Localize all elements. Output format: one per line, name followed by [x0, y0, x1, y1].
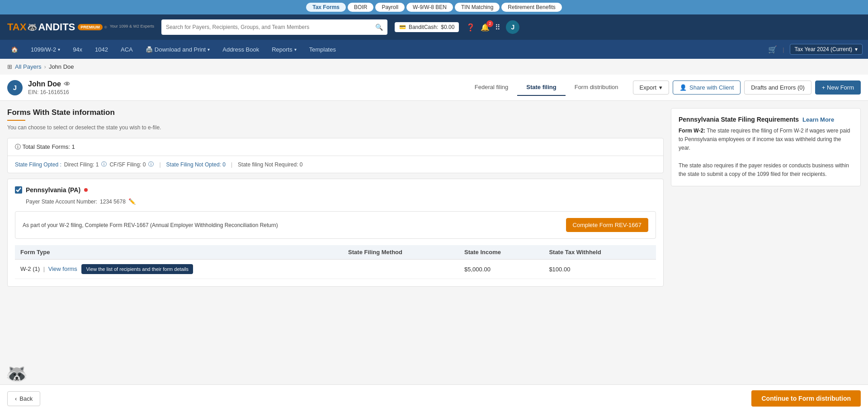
search-bar[interactable]: 🔍: [161, 19, 387, 35]
direct-filing-info-icon[interactable]: ⓘ: [101, 161, 107, 168]
nav-94x[interactable]: 94x: [67, 43, 88, 57]
state-name: Pennsylvania (PA): [26, 186, 80, 194]
state-header: Pennsylvania (PA): [15, 186, 656, 194]
tax-year-selector[interactable]: Tax Year 2024 (Current) ▾: [790, 44, 863, 55]
col-form-type: Form Type: [15, 245, 343, 260]
state-checkbox[interactable]: [15, 186, 22, 194]
footer-bar: ‹ Back Continue to Form distribution: [0, 384, 868, 412]
payer-name-row: John Doe 👁: [28, 80, 460, 88]
search-input[interactable]: [166, 24, 375, 30]
share-icon: 👤: [679, 84, 687, 91]
tab-federal-filing[interactable]: Federal filing: [466, 79, 517, 96]
summary-header-text: ⓘ Total State Forms: 1: [15, 143, 75, 151]
nav-aca[interactable]: ACA: [115, 43, 138, 57]
tab-state-filing[interactable]: State filing: [517, 79, 565, 96]
bandit-cash-amount: $0.00: [441, 24, 454, 30]
nav-templates[interactable]: Templates: [304, 43, 341, 57]
drafts-errors-button[interactable]: Drafts and Errors (0): [744, 81, 811, 95]
nav-download-print-label: Download and Print: [155, 46, 206, 53]
nav-home[interactable]: 🏠: [5, 43, 24, 57]
main-navigation: 🏠 1099/W-2 ▾ 94x 1042 ACA 🖨️ Download an…: [0, 40, 868, 59]
nav-aca-label: ACA: [121, 46, 133, 53]
new-form-label: + New Form: [822, 84, 854, 91]
main-header: TAX 🦝 ANDITS PREMIUM ® Your 1099 & W2 Ex…: [0, 14, 868, 40]
payer-actions: Export ▾ 👤 Share with Client Drafts and …: [633, 81, 861, 95]
requirements-body: Form W-2: The state requires the filing …: [679, 127, 853, 179]
summary-stats: State Filing Opted : Direct Filing: 1 ⓘ …: [8, 156, 663, 173]
print-icon: 🖨️: [146, 46, 153, 53]
raccoon-mascot: 🦝: [5, 363, 27, 385]
state-forms-table: Form Type State Filing Method State Inco…: [15, 245, 656, 279]
account-number-row: Payer State Account Number: 1234 5678 ✏️: [26, 198, 656, 205]
logo-subtitle: Your 1099 & W2 Experts: [110, 24, 154, 28]
summary-header: ⓘ Total State Forms: 1: [8, 138, 663, 156]
cart-icon[interactable]: 🛒: [768, 45, 777, 54]
top-nav-payroll[interactable]: Payroll: [375, 3, 405, 12]
share-with-client-button[interactable]: 👤 Share with Client: [673, 81, 741, 95]
nav-download-chevron: ▾: [208, 47, 210, 52]
top-nav-tin-matching[interactable]: TIN Matching: [455, 3, 500, 12]
requirements-title-row: Pennsylvania State Filing Requirements L…: [679, 116, 853, 123]
learn-more-link[interactable]: Learn More: [802, 116, 834, 123]
nav-94x-label: 94x: [73, 46, 82, 53]
user-avatar[interactable]: J: [506, 20, 519, 34]
bandit-cash-button[interactable]: 💳 BanditCash: $0.00: [395, 22, 459, 32]
top-nav-boir[interactable]: BOIR: [348, 3, 373, 12]
top-navigation: Tax Forms BOIR Payroll W-9/W-8 BEN TIN M…: [0, 0, 868, 14]
notice-box: As part of your W-2 filing, Complete For…: [15, 211, 656, 239]
export-chevron: ▾: [659, 84, 662, 91]
top-nav-tax-forms[interactable]: Tax Forms: [306, 3, 346, 12]
requirements-panel-container: Pennsylvania State Filing Requirements L…: [671, 108, 861, 287]
view-forms-link[interactable]: View forms: [48, 265, 77, 272]
nav-reports[interactable]: Reports ▾: [266, 43, 302, 57]
state-not-opted-label: State Filing Not Opted: 0: [166, 161, 226, 168]
nav-reports-label: Reports: [272, 46, 292, 53]
state-section: Pennsylvania (PA) Payer State Account Nu…: [7, 179, 664, 287]
back-button[interactable]: ‹ Back: [7, 391, 40, 406]
back-label: Back: [19, 395, 33, 402]
cell-form-type: W-2 (1) | View forms View the list of re…: [15, 260, 343, 279]
requirements-title-text: Pennsylvania State Filing Requirements: [679, 116, 799, 123]
nav-1099w2-chevron: ▾: [58, 47, 60, 52]
nav-1099w2[interactable]: 1099/W-2 ▾: [25, 43, 66, 57]
continue-button[interactable]: Continue to Form distribution: [751, 390, 861, 407]
nav-address-book[interactable]: Address Book: [217, 43, 264, 57]
main-content: Forms With State information You can cho…: [0, 101, 868, 412]
nav-1099w2-label: 1099/W-2: [31, 46, 56, 53]
req-additional-text: The state also requires if the payer res…: [679, 161, 853, 179]
bandit-cash-label: BanditCash:: [409, 24, 438, 30]
breadcrumb-grid-icon: ⊞: [7, 63, 12, 70]
edit-account-icon[interactable]: ✏️: [128, 198, 136, 205]
notification-bell[interactable]: 🔔 2: [481, 23, 490, 32]
filing-tabs: Federal filing State filing Form distrib…: [466, 79, 627, 96]
breadcrumb: ⊞ All Payers › John Doe: [0, 59, 868, 75]
cell-state-tax: $100.00: [543, 260, 656, 279]
apps-grid-icon[interactable]: ⠿: [495, 23, 500, 32]
nav-reports-chevron: ▾: [294, 47, 297, 52]
logo-bandits: ANDITS: [38, 21, 75, 33]
cell-state-income: $5,000.00: [459, 260, 543, 279]
stats-separator-1: |: [159, 161, 160, 168]
back-chevron-icon: ‹: [15, 395, 17, 402]
cfsf-info-icon[interactable]: ⓘ: [148, 161, 154, 168]
breadcrumb-all-payers[interactable]: All Payers: [15, 63, 42, 70]
account-number: 1234 5678: [100, 199, 126, 205]
content-row: Forms With State information You can cho…: [7, 108, 861, 287]
new-form-button[interactable]: + New Form: [815, 81, 861, 95]
eye-icon[interactable]: 👁: [64, 81, 70, 88]
complete-form-button[interactable]: Complete Form REV-1667: [566, 218, 648, 232]
direct-filing-value: Direct Filing: 1: [64, 161, 99, 168]
state-not-required-label: State filing Not Required: 0: [238, 161, 302, 168]
tax-year-chevron: ▾: [855, 46, 858, 52]
col-filing-method: State Filing Method: [343, 245, 459, 260]
nav-1042[interactable]: 1042: [90, 43, 113, 57]
state-filing-opted-label: State Filing Opted :: [15, 161, 61, 168]
state-indicator-dot: [84, 188, 88, 192]
help-icon[interactable]: ❓: [466, 23, 475, 32]
nav-download-print[interactable]: 🖨️ Download and Print ▾: [140, 43, 215, 57]
top-nav-retirement[interactable]: Retirement Benefits: [501, 3, 561, 12]
export-button[interactable]: Export ▾: [633, 81, 670, 95]
account-label: Payer State Account Number:: [26, 199, 97, 205]
tab-form-distribution[interactable]: Form distribution: [566, 79, 627, 96]
top-nav-w9w8ben[interactable]: W-9/W-8 BEN: [406, 3, 453, 12]
